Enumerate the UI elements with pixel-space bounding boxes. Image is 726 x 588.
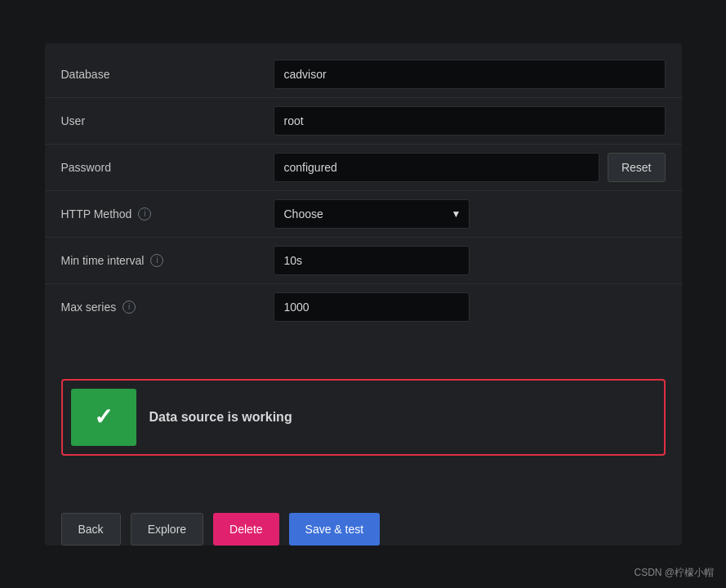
http-method-select[interactable]: Choose GET POST bbox=[274, 199, 470, 229]
database-row: Database bbox=[45, 51, 682, 98]
checkmark-icon: ✓ bbox=[94, 403, 113, 430]
min-time-row: Min time interval i bbox=[45, 238, 682, 284]
max-series-info-icon[interactable]: i bbox=[122, 301, 136, 314]
min-time-label: Min time interval bbox=[61, 254, 145, 267]
back-button[interactable]: Back bbox=[61, 513, 121, 546]
password-label: Password bbox=[61, 161, 111, 174]
min-time-input[interactable] bbox=[274, 246, 470, 275]
user-label: User bbox=[61, 114, 86, 127]
status-text: Data source is working bbox=[149, 410, 292, 425]
status-box: ✓ Data source is working bbox=[61, 379, 666, 456]
password-row: Password Reset bbox=[45, 145, 682, 191]
database-label: Database bbox=[61, 68, 110, 81]
button-row: Back Explore Delete Save & test bbox=[45, 513, 682, 546]
status-success-icon: ✓ bbox=[71, 389, 136, 446]
user-row: User bbox=[45, 98, 682, 145]
http-method-info-icon[interactable]: i bbox=[138, 207, 151, 220]
delete-button[interactable]: Delete bbox=[213, 513, 278, 546]
reset-button[interactable]: Reset bbox=[608, 153, 666, 182]
http-method-row: HTTP Method i Choose GET POST ▼ bbox=[45, 191, 682, 238]
max-series-row: Max series i bbox=[45, 284, 682, 330]
min-time-info-icon[interactable]: i bbox=[150, 254, 163, 267]
save-test-button[interactable]: Save & test bbox=[289, 513, 381, 546]
status-section: ✓ Data source is working bbox=[45, 371, 682, 464]
http-method-select-wrapper: Choose GET POST ▼ bbox=[274, 199, 470, 229]
watermark: CSDN @柠檬小帽 bbox=[634, 566, 714, 580]
password-input[interactable] bbox=[274, 153, 599, 182]
max-series-input[interactable] bbox=[274, 292, 470, 322]
max-series-label: Max series bbox=[61, 301, 117, 314]
explore-button[interactable]: Explore bbox=[131, 513, 203, 546]
user-input[interactable] bbox=[274, 106, 666, 136]
http-method-label: HTTP Method bbox=[61, 207, 132, 220]
database-input[interactable] bbox=[274, 60, 666, 89]
